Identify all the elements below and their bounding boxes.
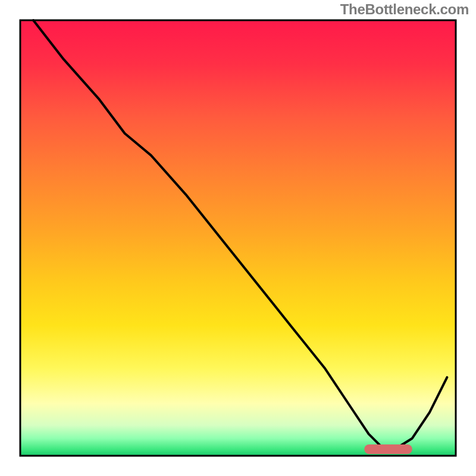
bottleneck-chart bbox=[0, 0, 476, 476]
optimal-range-marker bbox=[364, 444, 412, 454]
watermark-text: TheBottleneck.com bbox=[340, 1, 469, 18]
chart-container: TheBottleneck.com bbox=[0, 0, 476, 476]
